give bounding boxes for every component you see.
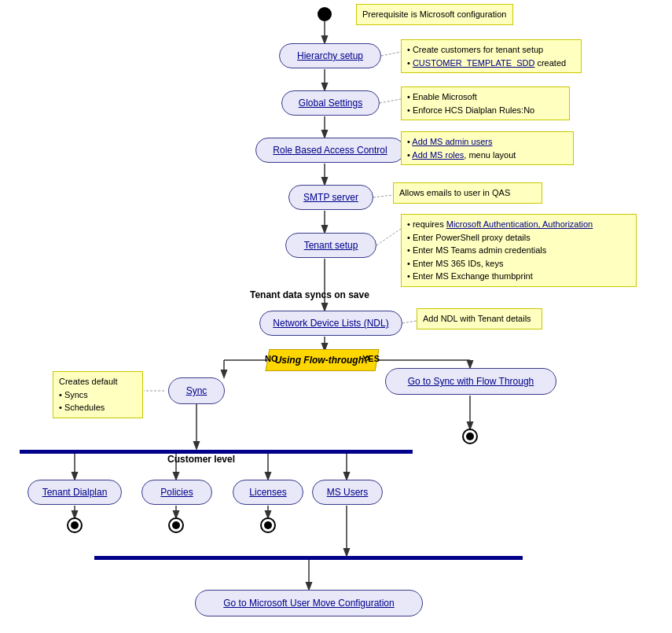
svg-line-27 xyxy=(402,321,417,323)
note-hierarchy: • Create customers for tenant setup • CU… xyxy=(401,39,582,73)
hierarchy-setup-box[interactable]: Hierarchy setup xyxy=(279,43,381,68)
thick-bar-2 xyxy=(94,556,523,560)
tenant-dialplan-box[interactable]: Tenant Dialplan xyxy=(28,480,122,505)
svg-line-23 xyxy=(380,99,401,103)
end-circle-flow xyxy=(462,429,478,444)
start-circle xyxy=(318,7,332,21)
note-creates: Creates default • Syncs • Schedules xyxy=(53,371,143,418)
flow-through-box[interactable]: Go to Sync with Flow Through xyxy=(385,368,556,395)
thick-bar-1 xyxy=(20,450,413,454)
end-circle-dialplan xyxy=(67,517,83,533)
note-ndl: Add NDL with Tenant details xyxy=(417,308,542,329)
note-smtp: Allows emails to user in QAS xyxy=(393,182,542,204)
note-role: • Add MS admin users • Add MS roles, men… xyxy=(401,131,574,165)
sync-box[interactable]: Sync xyxy=(168,377,225,404)
ms-user-move-box[interactable]: Go to Microsoft User Move Configuration xyxy=(195,590,423,616)
role-based-box[interactable]: Role Based Access Control xyxy=(255,138,405,163)
global-settings-box[interactable]: Global Settings xyxy=(281,90,380,116)
end-circle-policies xyxy=(168,517,184,533)
tenant-data-label: Tenant data syncs on save xyxy=(250,289,369,300)
svg-line-25 xyxy=(373,195,393,197)
diagram: Prerequisite is Microsoft configuration … xyxy=(0,0,672,633)
svg-line-26 xyxy=(376,229,401,245)
ndl-box[interactable]: Network Device Lists (NDL) xyxy=(259,311,402,336)
policies-box[interactable]: Policies xyxy=(141,480,212,505)
licenses-box[interactable]: Licenses xyxy=(233,480,303,505)
ms-users-box[interactable]: MS Users xyxy=(312,480,383,505)
smtp-server-box[interactable]: SMTP server xyxy=(288,185,373,210)
svg-line-22 xyxy=(381,52,401,56)
decision-diamond: Using Flow-through? xyxy=(259,346,385,374)
tenant-setup-box[interactable]: Tenant setup xyxy=(285,233,376,258)
end-circle-licenses xyxy=(260,517,276,533)
customer-level-label: Customer level xyxy=(167,454,235,465)
note-global: • Enable Microsoft • Enforce HCS Dialpla… xyxy=(401,86,570,120)
note-tenant: • requires Microsoft Authentication, Aut… xyxy=(401,214,637,287)
note-prerequisite: Prerequisite is Microsoft configuration xyxy=(356,4,513,25)
